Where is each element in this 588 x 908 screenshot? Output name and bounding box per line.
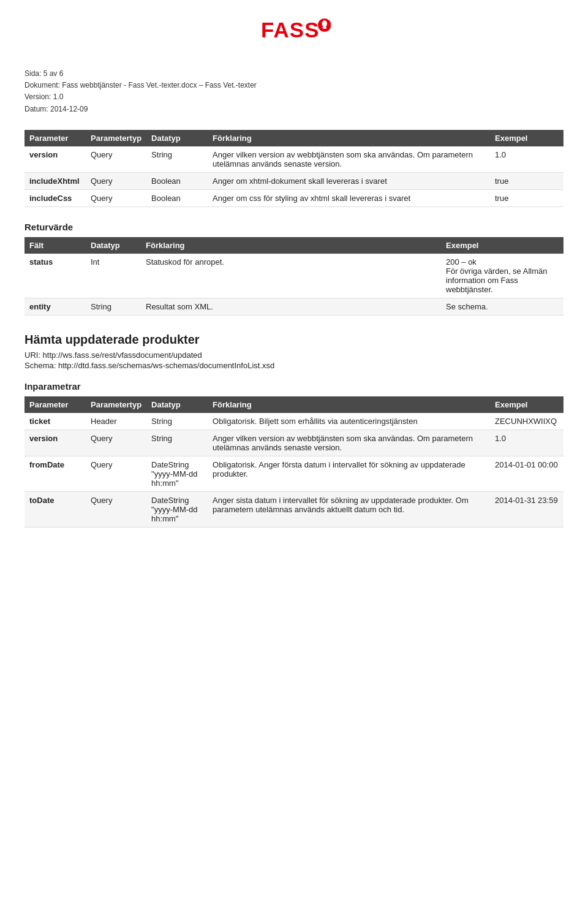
fass-logo: FASS bbox=[257, 12, 331, 51]
cell-forklaring: Resultat som XML. bbox=[141, 298, 441, 315]
cell-datatyp: String bbox=[146, 429, 208, 456]
table-row: includeCss Query Boolean Anger om css fö… bbox=[24, 189, 564, 206]
cell-forklaring: Obligatorisk. Biljett som erhållits via … bbox=[208, 413, 490, 430]
col-exempel: Exempel bbox=[490, 396, 564, 413]
svg-text:FASS: FASS bbox=[261, 18, 320, 42]
col-parametertyp: Parametertyp bbox=[86, 396, 146, 413]
table-row: version Query String Anger vilken versio… bbox=[24, 146, 564, 173]
top-params-table: Parameter Parametertyp Datatyp Förklarin… bbox=[24, 130, 564, 207]
col-parameter: Parameter bbox=[24, 396, 86, 413]
cell-forklaring: Anger om css för styling av xhtml skall … bbox=[208, 189, 490, 206]
cell-parameter: includeXhtml bbox=[24, 172, 86, 189]
cell-parametertyp: Query bbox=[86, 429, 146, 456]
col-datatyp: Datatyp bbox=[86, 237, 141, 254]
cell-forklaring: Anger om xhtml-dokument skall levereras … bbox=[208, 172, 490, 189]
cell-forklaring: Anger vilken version av webbtjänsten som… bbox=[208, 146, 490, 173]
col-forklaring: Förklaring bbox=[208, 396, 490, 413]
table-row: toDate Query DateString"yyyy-MM-dd hh:mm… bbox=[24, 491, 564, 527]
cell-parameter: includeCss bbox=[24, 189, 86, 206]
col-parametertyp: Parametertyp bbox=[86, 130, 146, 146]
cell-exempel: 1.0 bbox=[490, 429, 564, 456]
svg-point-2 bbox=[322, 20, 327, 27]
cell-falt: entity bbox=[24, 298, 86, 315]
table-row: status Int Statuskod för anropet. 200 – … bbox=[24, 254, 564, 298]
table-row: fromDate Query DateString"yyyy-MM-dd hh:… bbox=[24, 456, 564, 491]
meta-date: Datum: 2014-12-09 bbox=[24, 104, 564, 115]
hamta-title: Hämta uppdaterade produkter bbox=[24, 333, 564, 347]
cell-datatyp: Boolean bbox=[146, 189, 208, 206]
cell-parametertyp: Query bbox=[86, 172, 146, 189]
col-forklaring: Förklaring bbox=[141, 237, 441, 254]
hamta-params-table: Parameter Parametertyp Datatyp Förklarin… bbox=[24, 396, 564, 528]
cell-exempel: 200 – okFör övriga värden, se Allmän inf… bbox=[441, 254, 564, 298]
col-forklaring: Förklaring bbox=[208, 130, 490, 146]
cell-datatyp: String bbox=[86, 298, 141, 315]
cell-parametertyp: Query bbox=[86, 189, 146, 206]
table-row: version Query String Anger vilken versio… bbox=[24, 429, 564, 456]
cell-forklaring: Anger vilken version av webbtjänsten som… bbox=[208, 429, 490, 456]
col-datatyp: Datatyp bbox=[146, 130, 208, 146]
meta-page: Sida: 5 av 6 bbox=[24, 68, 564, 80]
cell-parametertyp: Query bbox=[86, 491, 146, 527]
cell-parameter: version bbox=[24, 429, 86, 456]
cell-parameter: version bbox=[24, 146, 86, 173]
col-exempel: Exempel bbox=[490, 130, 564, 146]
inparametrar-title: Inparametrar bbox=[24, 381, 564, 392]
hamta-schema: Schema: http://dtd.fass.se/schemas/ws-sc… bbox=[24, 361, 564, 370]
cell-exempel: 2014-01-01 00:00 bbox=[490, 456, 564, 491]
col-datatyp: Datatyp bbox=[146, 396, 208, 413]
table-row: entity String Resultat som XML. Se schem… bbox=[24, 298, 564, 315]
cell-parametertyp: Query bbox=[86, 456, 146, 491]
col-falt: Fält bbox=[24, 237, 86, 254]
cell-falt: status bbox=[24, 254, 86, 298]
cell-datatyp: DateString"yyyy-MM-dd hh:mm" bbox=[146, 456, 208, 491]
meta-document: Dokument: Fass webbtjänster - Fass Vet.-… bbox=[24, 80, 564, 91]
cell-datatyp: String bbox=[146, 413, 208, 430]
returvarde-title: Returvärde bbox=[24, 222, 564, 232]
cell-parameter: ticket bbox=[24, 413, 86, 430]
cell-exempel: true bbox=[490, 172, 564, 189]
cell-datatyp: Int bbox=[86, 254, 141, 298]
doc-meta: Sida: 5 av 6 Dokument: Fass webbtjänster… bbox=[24, 68, 564, 115]
returvarde-section: Returvärde Fält Datatyp Förklaring Exemp… bbox=[24, 222, 564, 316]
cell-datatyp: Boolean bbox=[146, 172, 208, 189]
cell-parameter: fromDate bbox=[24, 456, 86, 491]
top-params-section: Parameter Parametertyp Datatyp Förklarin… bbox=[24, 130, 564, 207]
cell-exempel: Se schema. bbox=[441, 298, 564, 315]
cell-forklaring: Anger sista datum i intervallet för sökn… bbox=[208, 491, 490, 527]
table-row: includeXhtml Query Boolean Anger om xhtm… bbox=[24, 172, 564, 189]
table-row: ticket Header String Obligatorisk. Bilje… bbox=[24, 413, 564, 430]
cell-parametertyp: Query bbox=[86, 146, 146, 173]
col-parameter: Parameter bbox=[24, 130, 86, 146]
cell-datatyp: DateString"yyyy-MM-dd hh:mm" bbox=[146, 491, 208, 527]
return-table: Fält Datatyp Förklaring Exempel status I… bbox=[24, 237, 564, 316]
cell-forklaring: Obligatorisk. Anger första datum i inter… bbox=[208, 456, 490, 491]
cell-exempel: true bbox=[490, 189, 564, 206]
svg-rect-3 bbox=[323, 26, 326, 29]
cell-parametertyp: Header bbox=[86, 413, 146, 430]
meta-version: Version: 1.0 bbox=[24, 91, 564, 103]
col-exempel: Exempel bbox=[441, 237, 564, 254]
cell-forklaring: Statuskod för anropet. bbox=[141, 254, 441, 298]
cell-exempel: 2014-01-31 23:59 bbox=[490, 491, 564, 527]
cell-exempel: ZECUNHXWIIXQ bbox=[490, 413, 564, 430]
hamta-uri: URI: http://ws.fass.se/rest/vfassdocumen… bbox=[24, 350, 564, 360]
cell-exempel: 1.0 bbox=[490, 146, 564, 173]
cell-datatyp: String bbox=[146, 146, 208, 173]
page-header: FASS bbox=[24, 12, 564, 57]
cell-parameter: toDate bbox=[24, 491, 86, 527]
hamta-section: Hämta uppdaterade produkter URI: http://… bbox=[24, 333, 564, 528]
